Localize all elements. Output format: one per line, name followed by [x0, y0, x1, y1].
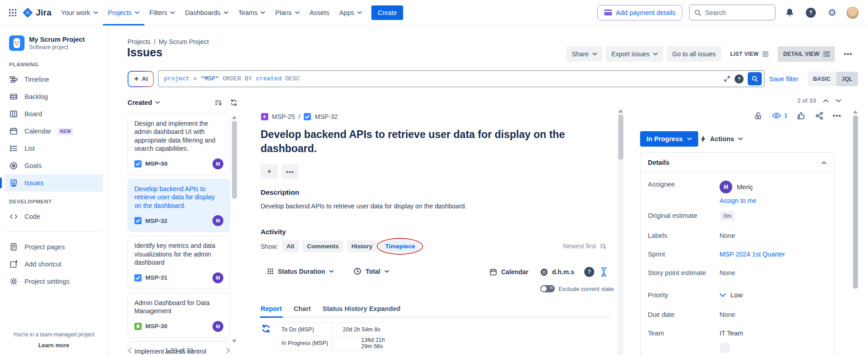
assignee-avatar[interactable]: M — [212, 272, 223, 283]
nav-your-work[interactable]: Your work — [56, 0, 103, 25]
nav-assets[interactable]: Assets — [305, 0, 335, 25]
scroll-thumb[interactable] — [618, 114, 623, 160]
jql-input[interactable]: project = "MSP" ORDER BY created DESC — [158, 70, 764, 87]
issue-card-msp-32[interactable]: Develop backend APIs to retrieve user da… — [128, 179, 230, 232]
sidebar-item-goals[interactable]: Goals — [5, 157, 103, 174]
assignee-avatar[interactable]: M — [212, 158, 223, 169]
thumbs-up-icon[interactable] — [797, 111, 806, 120]
original-estimate-value[interactable]: 0m — [720, 211, 735, 221]
due-date-value[interactable]: None — [720, 311, 735, 318]
total-dropdown[interactable]: Total — [354, 267, 389, 275]
more-quick-actions-button[interactable] — [281, 164, 299, 179]
time-format-button[interactable]: d.h.m.s — [540, 268, 574, 276]
project-header[interactable]: My Scrum Project Software project — [5, 35, 103, 51]
ai-button[interactable]: AI — [128, 71, 154, 87]
sidebar-item-issues[interactable]: Issues — [5, 174, 103, 192]
sidebar-item-code[interactable]: Code — [5, 208, 103, 225]
filter-comments-button[interactable]: Comments — [302, 240, 343, 252]
actions-dropdown[interactable]: Actions — [700, 131, 743, 147]
description-text[interactable]: Develop backend APIs to retrieve user da… — [261, 202, 467, 210]
add-payment-details-button[interactable]: Add payment details — [597, 5, 682, 20]
global-search[interactable] — [689, 5, 775, 20]
filter-history-button[interactable]: History — [347, 240, 377, 252]
team-value[interactable]: IT Team — [720, 330, 743, 337]
issue-card-msp-30[interactable]: Admin Dashboard for Data Management MSP-… — [128, 293, 230, 338]
status-dropdown[interactable]: In Progress — [640, 131, 698, 147]
scroll-up-arrow[interactable] — [618, 109, 623, 113]
timepiece-help-icon[interactable] — [584, 267, 594, 277]
list-view-button[interactable]: LIST VIEW — [725, 46, 774, 62]
nav-apps[interactable]: Apps — [334, 0, 367, 25]
assignee-avatar[interactable]: M — [212, 321, 223, 332]
sidebar-item-backlog[interactable]: Backlog — [5, 88, 103, 105]
status-duration-dropdown[interactable]: Status Duration — [267, 268, 334, 275]
detail-panel-scrollbar[interactable] — [617, 108, 624, 355]
scroll-up-arrow[interactable] — [853, 110, 858, 113]
tab-status-history-expanded[interactable]: Status History Expanded — [323, 305, 401, 312]
calendar-button[interactable]: Calendar — [489, 268, 528, 276]
basic-mode-button[interactable]: BASIC — [808, 72, 836, 86]
app-switcher-icon[interactable] — [5, 5, 20, 20]
epic-key[interactable]: MSP-25 — [272, 113, 295, 120]
run-jql-search-button[interactable] — [748, 72, 762, 85]
sidebar-item-board[interactable]: Board — [5, 105, 103, 123]
scroll-up-arrow[interactable] — [232, 116, 237, 119]
exclude-toggle[interactable] — [540, 285, 555, 292]
breadcrumb-project-name[interactable]: My Scrum Project — [158, 38, 208, 45]
issue-card-msp-33[interactable]: Design and implement the admin dashboard… — [128, 113, 230, 175]
watchers-button[interactable]: 1 — [772, 111, 788, 120]
sprint-link[interactable]: MSP 2024 1st Quarter — [720, 251, 785, 258]
nav-plans[interactable]: Plans — [270, 0, 304, 25]
notifications-bell-icon[interactable] — [782, 5, 797, 20]
hourglass-icon[interactable] — [600, 267, 607, 276]
jql-mode-button[interactable]: JQL — [836, 72, 858, 86]
learn-more-link[interactable]: Learn more — [0, 342, 108, 349]
issue-key[interactable]: MSP-32 — [315, 113, 338, 120]
assignee-avatar[interactable]: M — [212, 215, 223, 226]
next-page-icon[interactable] — [226, 347, 230, 354]
nav-filters[interactable]: Filters — [144, 0, 180, 25]
story-points-value[interactable]: None — [720, 269, 735, 276]
detail-view-button[interactable]: DETAIL VIEW — [778, 46, 835, 62]
more-actions-icon[interactable] — [833, 112, 842, 119]
nav-teams[interactable]: Teams — [233, 0, 271, 25]
side-panel-scrollbar[interactable] — [852, 109, 858, 355]
issue-title[interactable]: Develop backend APIs to retrieve user da… — [261, 128, 578, 155]
user-avatar[interactable] — [846, 6, 859, 19]
jql-help-icon[interactable] — [735, 74, 744, 84]
sort-field-dropdown[interactable]: Created — [128, 99, 152, 106]
issue-list-scrollbar[interactable] — [231, 114, 237, 344]
priority-value[interactable]: Low — [730, 291, 743, 299]
sidebar-item-timeline[interactable]: Timeline — [5, 71, 103, 88]
refresh-icon[interactable] — [230, 99, 237, 106]
nav-dashboards[interactable]: Dashboards — [180, 0, 233, 25]
jira-logo[interactable]: Jira — [20, 8, 56, 18]
issue-key[interactable]: MSP-30 — [145, 323, 168, 330]
settings-gear-icon[interactable]: ⚙ — [825, 5, 839, 20]
issue-card-msp-31[interactable]: Identify key metrics and data visualizat… — [128, 236, 230, 289]
share-button[interactable]: Share — [566, 46, 602, 62]
scroll-thumb[interactable] — [853, 115, 858, 289]
sidebar-item-list[interactable]: List — [5, 140, 103, 157]
tab-report[interactable]: Report — [261, 305, 282, 312]
issue-key[interactable]: MSP-33 — [145, 160, 168, 167]
expand-editor-icon[interactable] — [724, 75, 730, 82]
save-filter-link[interactable]: Save filter — [769, 75, 798, 83]
previous-issue-icon[interactable] — [823, 99, 829, 103]
issue-key[interactable]: MSP-31 — [145, 274, 168, 281]
assign-to-me-link[interactable]: Assign to me — [720, 197, 756, 204]
filter-all-button[interactable]: All — [282, 240, 299, 252]
labels-value[interactable]: None — [720, 232, 735, 239]
scroll-down-arrow[interactable] — [232, 340, 237, 343]
sidebar-item-calendar[interactable]: Calendar NEW — [5, 123, 103, 140]
issue-key[interactable]: MSP-32 — [145, 217, 168, 224]
previous-page-icon[interactable] — [128, 347, 132, 354]
more-options-button[interactable] — [838, 46, 858, 62]
sidebar-item-add-shortcut[interactable]: Add shortcut — [5, 256, 103, 273]
sort-order-button[interactable]: Newest first — [563, 242, 606, 250]
create-button[interactable]: Create — [371, 5, 403, 20]
filter-timepiece-button[interactable]: Timepiece — [380, 240, 419, 252]
details-panel-header[interactable]: Details — [641, 153, 834, 173]
help-icon[interactable] — [804, 5, 818, 20]
go-to-all-issues-button[interactable]: Go to all issues — [667, 46, 721, 62]
